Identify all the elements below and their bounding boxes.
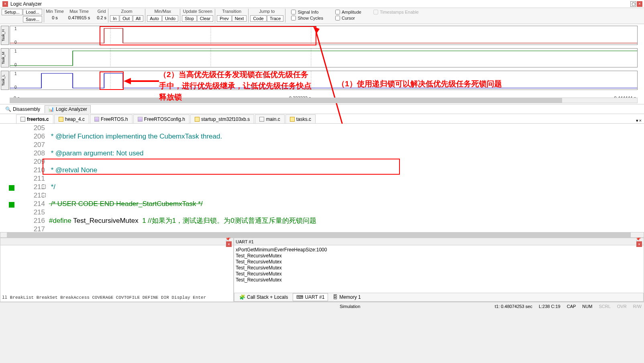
c-file-icon bbox=[59, 117, 63, 122]
annotation-2-text: （2）当高优先级任务发现锁在低优先级任务手中，进行优先级继承，让低优先级任务快点… bbox=[159, 69, 312, 103]
tab-uart1[interactable]: ⌨UART #1 bbox=[293, 293, 328, 301]
clear-button[interactable]: Clear bbox=[197, 15, 213, 22]
status-scrl: SCRL bbox=[599, 304, 610, 309]
amplitude-check[interactable]: Amplitude bbox=[335, 10, 361, 14]
terminal-icon: ⌨ bbox=[296, 294, 303, 300]
analyzer-toolbar: Setup... Load... Save... Min Time0 s Max… bbox=[0, 8, 644, 24]
show-cycles-check[interactable]: Show Cycles bbox=[291, 16, 323, 20]
status-num: NUM bbox=[582, 304, 592, 309]
mintime-label: Min Time bbox=[46, 9, 64, 14]
filetab-tasks[interactable]: tasks.c bbox=[285, 114, 316, 123]
uart-pane-header: UART #1 📌 × bbox=[234, 238, 644, 245]
c-file-icon bbox=[20, 117, 25, 122]
memory-icon: 🗄 bbox=[333, 294, 338, 300]
wave-icon: 📊 bbox=[48, 106, 54, 112]
analyzer-hscroll[interactable] bbox=[10, 98, 638, 103]
uart-output[interactable]: xPortGetMinimumEverFreeHeapSize:1000Test… bbox=[234, 245, 644, 293]
breakpoint-marker[interactable] bbox=[9, 202, 14, 208]
magnifier-icon: 🔍 bbox=[5, 106, 11, 112]
close-tab-icon[interactable]: × bbox=[639, 118, 642, 123]
status-ovr: OVR bbox=[617, 304, 627, 309]
load-button[interactable]: Load... bbox=[23, 9, 42, 15]
cursor-check[interactable]: Cursor bbox=[335, 16, 361, 20]
line-gutter: 205206207 208209210 211212213 214215216 … bbox=[0, 124, 48, 232]
waveform-area: Task_H 1 0 Task_M 1 0 Task_L 1 0 0 s 0.2… bbox=[0, 24, 644, 104]
next-button[interactable]: Next bbox=[232, 15, 247, 22]
filetab-freertos[interactable]: freertos.c bbox=[16, 114, 53, 123]
bottom-panes: 📌 × ll BreakList BreakSet BreakAccess CO… bbox=[0, 238, 644, 302]
grid-label: Grid bbox=[98, 9, 106, 14]
fold-icon[interactable]: − bbox=[42, 185, 46, 189]
tab-logic-analyzer[interactable]: 📊 Logic Analyzer bbox=[45, 105, 91, 113]
close-icon-right[interactable]: × bbox=[637, 1, 642, 7]
mintime-value: 0 s bbox=[52, 15, 58, 20]
zoom-out-button[interactable]: Out bbox=[120, 15, 132, 22]
tab-disassembly[interactable]: 🔍 Disassembly bbox=[2, 105, 44, 113]
status-linecol: L:238 C:19 bbox=[539, 304, 560, 309]
save-button[interactable]: Save... bbox=[23, 16, 42, 22]
transition-label: Transition bbox=[222, 9, 241, 14]
zoom-in-button[interactable]: In bbox=[110, 15, 119, 22]
close-icon[interactable]: × bbox=[2, 1, 8, 7]
trace-button[interactable]: Trace bbox=[267, 15, 284, 22]
tick-0: 0 bbox=[14, 40, 17, 45]
breakpoint-marker[interactable] bbox=[9, 185, 14, 191]
status-time: t1: 0.48074253 sec bbox=[495, 304, 532, 309]
prev-button[interactable]: Prev bbox=[217, 15, 232, 22]
maximize-icon[interactable]: ▢ bbox=[630, 1, 636, 7]
fold-icon[interactable]: − bbox=[42, 193, 46, 197]
stop-button[interactable]: Stop bbox=[182, 15, 197, 22]
c-file-icon bbox=[259, 117, 264, 122]
update-label: Update Screen bbox=[183, 9, 212, 14]
minmax-label: Min/Max bbox=[154, 9, 171, 14]
channel-task-m-label: Task_M bbox=[1, 48, 9, 67]
stack-icon: 🧩 bbox=[239, 294, 245, 300]
channel-task-m[interactable] bbox=[10, 48, 638, 67]
channel-task-h[interactable] bbox=[10, 26, 638, 45]
editor-hscroll[interactable] bbox=[0, 232, 644, 238]
command-output[interactable] bbox=[0, 245, 233, 294]
filetab-main[interactable]: main.c bbox=[255, 114, 284, 123]
zoom-label: Zoom bbox=[121, 9, 132, 14]
tick-1: 1 bbox=[14, 27, 17, 31]
zoom-all-button[interactable]: All bbox=[133, 15, 143, 22]
command-line[interactable]: ll BreakList BreakSet BreakAccess COVERA… bbox=[0, 294, 233, 302]
h-file-icon bbox=[138, 117, 143, 122]
bottom-tabs: 🧩Call Stack + Locals ⌨UART #1 🗄Memory 1 bbox=[234, 293, 644, 302]
maxtime-value: 0.478915 s bbox=[68, 15, 90, 20]
code-button[interactable]: Code bbox=[250, 15, 266, 22]
annotation-1-text: （1）使用递归锁可以解决低优先级任务死锁问题 bbox=[337, 78, 578, 90]
view-tabs: 🔍 Disassembly 📊 Logic Analyzer bbox=[0, 104, 644, 114]
status-simulation: Simulation bbox=[2, 304, 488, 309]
grid-value: 0.2 s bbox=[97, 15, 106, 20]
left-pane-header: 📌 × bbox=[0, 238, 233, 245]
channel-task-h-label: Task_H bbox=[1, 26, 9, 45]
window-title: Logic Analyzer bbox=[10, 1, 630, 7]
logic-analyzer-titlebar: × Logic Analyzer ▢ × bbox=[0, 0, 644, 8]
channel-task-l-label: Task_L bbox=[1, 71, 9, 90]
tab-memory1[interactable]: 🗄Memory 1 bbox=[330, 294, 364, 301]
filetab-heap4[interactable]: heap_4.c bbox=[54, 114, 89, 123]
code-body[interactable]: * @brief Function implementing the Cubem… bbox=[49, 124, 644, 232]
filetab-config-h[interactable]: FreeRTOSConfig.h bbox=[133, 114, 190, 123]
status-rw: R/W bbox=[633, 304, 642, 309]
undo-button[interactable]: Undo bbox=[162, 15, 178, 22]
maxtime-label: Max Time bbox=[69, 9, 89, 14]
filetab-freertos-h[interactable]: FreeRTOS.h bbox=[90, 114, 132, 123]
file-tabs: freertos.c heap_4.c FreeRTOS.h FreeRTOSC… bbox=[0, 114, 644, 124]
h-file-icon bbox=[94, 117, 99, 122]
jumpto-label: Jump to bbox=[259, 9, 275, 14]
code-editor[interactable]: 205206207 208209210 211212213 214215216 … bbox=[0, 124, 644, 232]
asm-file-icon bbox=[195, 117, 200, 122]
tab-callstack[interactable]: 🧩Call Stack + Locals bbox=[236, 294, 291, 301]
auto-button[interactable]: Auto bbox=[147, 15, 162, 22]
c-file-icon bbox=[290, 117, 295, 122]
setup-button[interactable]: Setup... bbox=[2, 9, 22, 15]
filetab-startup[interactable]: startup_stm32f103xb.s bbox=[190, 114, 254, 123]
status-cap: CAP bbox=[567, 304, 576, 309]
dropdown-icon[interactable]: ▾ bbox=[636, 118, 638, 123]
status-bar: Simulation t1: 0.48074253 sec L:238 C:19… bbox=[0, 302, 644, 310]
signal-info-check[interactable]: Signal Info bbox=[291, 10, 323, 14]
timestamps-check[interactable]: Timestamps Enable bbox=[373, 10, 419, 14]
